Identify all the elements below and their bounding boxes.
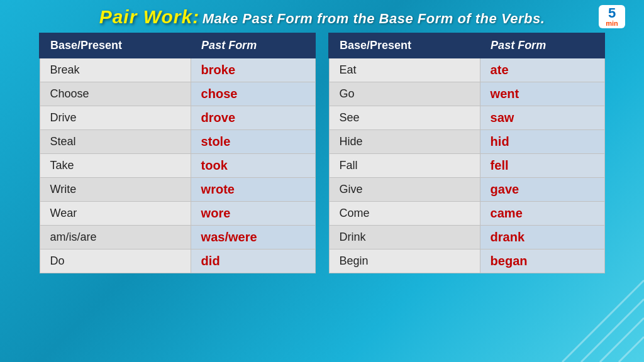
- table-row: am/is/arewas/were: [40, 226, 315, 250]
- base-word-cell: Wear: [40, 202, 191, 226]
- base-word-cell: Hide: [329, 130, 480, 154]
- timer-label: min: [606, 20, 618, 27]
- svg-line-1: [581, 299, 644, 362]
- subtitle-text: Make Past Form from the Base Form of the…: [203, 11, 545, 26]
- base-word-cell: Eat: [329, 58, 480, 82]
- past-word-cell: chose: [191, 82, 315, 106]
- past-word-cell: was/were: [191, 226, 315, 250]
- base-word-cell: Take: [40, 154, 191, 178]
- past-word-cell: stole: [191, 130, 315, 154]
- table-row: Gowent: [329, 82, 604, 106]
- table-row: Comecame: [329, 202, 604, 226]
- table-row: Dodid: [40, 250, 315, 273]
- tables-container: Base/Present Past Form BreakbrokeChoosec…: [0, 33, 644, 273]
- table-row: Beginbegan: [329, 250, 604, 273]
- table-row: Seesaw: [329, 106, 604, 130]
- base-word-cell: Write: [40, 178, 191, 202]
- base-word-cell: Steal: [40, 130, 191, 154]
- base-word-cell: Drink: [329, 226, 480, 250]
- base-word-cell: Fall: [329, 154, 480, 178]
- past-word-cell: wrote: [191, 178, 315, 202]
- past-word-cell: broke: [191, 58, 315, 82]
- past-word-cell: hid: [480, 130, 604, 154]
- table-row: Givegave: [329, 178, 604, 202]
- table-row: Writewrote: [40, 178, 315, 202]
- base-word-cell: Do: [40, 250, 191, 273]
- pair-work-title: Pair Work:: [99, 6, 200, 27]
- base-word-cell: Break: [40, 58, 191, 82]
- table-row: Stealstole: [40, 130, 315, 154]
- table-row: Choosechose: [40, 82, 315, 106]
- table-row: Eatate: [329, 58, 604, 82]
- past-word-cell: ate: [480, 58, 604, 82]
- base-word-cell: Give: [329, 178, 480, 202]
- svg-line-3: [619, 337, 644, 362]
- table-left: Base/Present Past Form BreakbrokeChoosec…: [39, 33, 316, 273]
- table-row: Drivedrove: [40, 106, 315, 130]
- past-word-cell: did: [191, 250, 315, 273]
- past-word-cell: drove: [191, 106, 315, 130]
- past-word-cell: began: [480, 250, 604, 273]
- past-word-cell: fell: [480, 154, 604, 178]
- svg-line-0: [562, 280, 644, 362]
- timer-number: 5: [608, 6, 616, 20]
- past-word-cell: came: [480, 202, 604, 226]
- past-word-cell: went: [480, 82, 604, 106]
- table-row: Wearwore: [40, 202, 315, 226]
- base-word-cell: Begin: [329, 250, 480, 273]
- past-word-cell: saw: [480, 106, 604, 130]
- base-word-cell: See: [329, 106, 480, 130]
- table2-header-base: Base/Present: [329, 33, 480, 58]
- base-word-cell: Choose: [40, 82, 191, 106]
- base-word-cell: Come: [329, 202, 480, 226]
- table-row: Hidehid: [329, 130, 604, 154]
- table1-header-past: Past Form: [191, 33, 315, 58]
- svg-line-2: [600, 318, 644, 362]
- past-word-cell: drank: [480, 226, 604, 250]
- base-word-cell: am/is/are: [40, 226, 191, 250]
- title-bar: Pair Work: Make Past Form from the Base …: [0, 0, 644, 33]
- past-word-cell: wore: [191, 202, 315, 226]
- table-right: Base/Present Past Form EatateGowentSeesa…: [328, 33, 605, 273]
- table2-header-past: Past Form: [480, 33, 604, 58]
- table1-header-base: Base/Present: [40, 33, 191, 58]
- base-word-cell: Drive: [40, 106, 191, 130]
- base-word-cell: Go: [329, 82, 480, 106]
- table-row: Breakbroke: [40, 58, 315, 82]
- table-row: Taketook: [40, 154, 315, 178]
- past-word-cell: took: [191, 154, 315, 178]
- table-row: Drinkdrank: [329, 226, 604, 250]
- decorative-lines: [543, 261, 644, 362]
- table-row: Fallfell: [329, 154, 604, 178]
- timer-badge: 5 min: [599, 5, 625, 28]
- past-word-cell: gave: [480, 178, 604, 202]
